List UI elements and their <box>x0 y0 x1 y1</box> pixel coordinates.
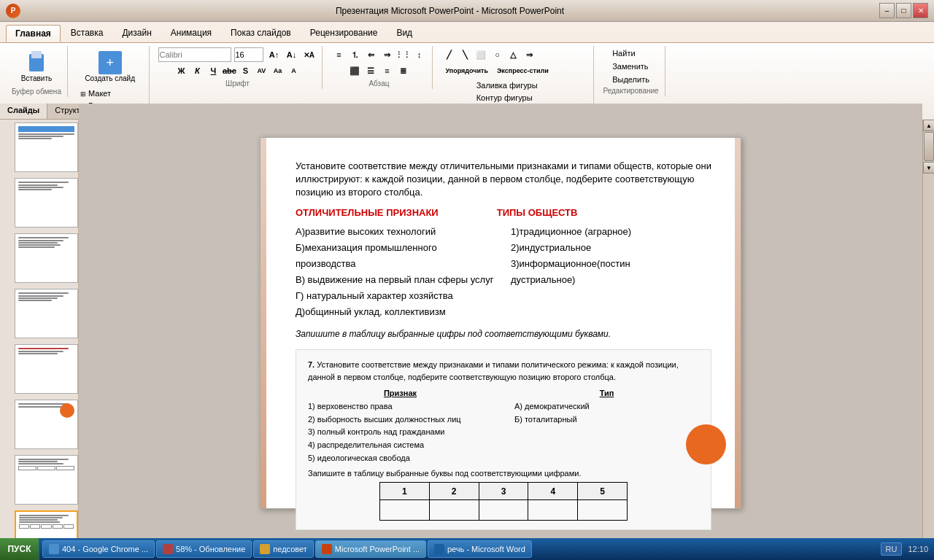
slide-thumb-7[interactable] <box>15 344 78 394</box>
app-icon: P <box>6 4 20 18</box>
bold-button[interactable]: Ж <box>174 63 188 78</box>
italic-button[interactable]: К <box>190 63 204 78</box>
scroll-up-button[interactable]: ▲ <box>923 120 934 131</box>
val-5[interactable] <box>578 500 628 521</box>
taskbar-powerpoint[interactable]: Microsoft PowerPoint ... <box>315 540 426 558</box>
paste-icon <box>25 51 48 74</box>
vertical-scrollbar[interactable]: ▲ ▼ <box>922 120 934 542</box>
slide-thumb-6[interactable] <box>15 289 78 338</box>
slide-thumbnail-wrapper-5: 5 <box>0 230 78 286</box>
maximize-button[interactable]: □ <box>896 3 911 18</box>
shape-1[interactable]: ╱ <box>441 47 456 62</box>
tab-slides[interactable]: Слайды <box>0 104 47 119</box>
slide-content: Установите соответствие между отличитель… <box>296 160 711 530</box>
tab-design[interactable]: Дизайн <box>113 25 160 42</box>
slide-canvas[interactable]: Установите соответствие между отличитель… <box>260 137 741 509</box>
taskbar-chrome[interactable]: 404 - Google Chrome ... <box>42 540 155 558</box>
slides-panel: 3 4 5 <box>0 120 79 542</box>
word-icon <box>434 544 444 554</box>
justify-button[interactable]: ≣ <box>395 63 410 78</box>
font-name-input[interactable] <box>158 47 231 62</box>
shape-fill-button[interactable]: Заливка фигуры <box>473 79 557 91</box>
val-1[interactable] <box>380 500 430 521</box>
find-button[interactable]: Найти <box>609 47 653 59</box>
font-color-button[interactable]: А <box>286 63 301 78</box>
slide-right-accent <box>735 138 741 508</box>
inner-record-text: Запишите в таблицу выбранные буквы под с… <box>308 469 699 478</box>
layout-button[interactable]: ⊞ Макет <box>77 88 144 99</box>
line-spacing-button[interactable]: ↕ <box>412 47 426 62</box>
inner-item-4: 4) распределительная система <box>308 439 493 452</box>
shape-4[interactable]: ○ <box>490 47 504 62</box>
tab-animation[interactable]: Анимация <box>162 25 220 42</box>
slide-thumb-5[interactable] <box>15 233 78 283</box>
align-left-button[interactable]: ⬛ <box>347 63 362 78</box>
minimize-button[interactable]: – <box>879 3 895 18</box>
scroll-down-button[interactable]: ▼ <box>923 162 934 174</box>
shadow-button[interactable]: S <box>238 63 252 78</box>
scroll-thumb[interactable] <box>924 132 934 161</box>
col-header-3: 3 <box>479 483 528 500</box>
matching-col-right: 1)традиционное (аграрное) 2)индустриальн… <box>511 224 711 321</box>
taskbar-update[interactable]: 58% - Обновление <box>156 540 252 558</box>
shape-3[interactable]: ⬜ <box>474 47 488 62</box>
update-label: 58% - Обновление <box>176 545 245 553</box>
tab-review[interactable]: Рецензирование <box>301 25 387 42</box>
font-size-input[interactable] <box>234 47 263 62</box>
val-4[interactable] <box>528 500 578 521</box>
font-label: Шрифт <box>225 79 250 88</box>
tab-slideshow[interactable]: Показ слайдов <box>222 25 300 42</box>
increase-indent-button[interactable]: ⇒ <box>379 47 394 62</box>
tab-home[interactable]: Главная <box>6 25 61 42</box>
inner-item-1: 1) верховенство права <box>308 400 493 413</box>
underline-button[interactable]: Ч <box>206 63 220 78</box>
clock: 12:10 <box>908 545 928 553</box>
taskbar-word[interactable]: речь - Microsoft Word <box>428 540 532 558</box>
close-button[interactable]: ✕ <box>913 3 928 18</box>
tab-view[interactable]: Вид <box>387 25 421 42</box>
create-slide-button[interactable]: + Создать слайд <box>80 47 140 86</box>
slide-thumb-3[interactable] <box>15 122 78 172</box>
slide-thumb-4[interactable] <box>15 178 78 228</box>
strikethrough-button[interactable]: abc <box>222 63 236 78</box>
shape-contour-button[interactable]: Контур фигуры <box>473 92 557 104</box>
window-controls[interactable]: – □ ✕ <box>879 3 928 18</box>
scroll-track <box>923 132 934 161</box>
tab-insert[interactable]: Вставка <box>62 25 112 42</box>
match-item-g: Г) натуральный характер хозяйства <box>296 288 496 304</box>
val-2[interactable] <box>429 500 479 521</box>
language-flag: RU <box>881 542 903 556</box>
char-spacing-button[interactable]: AV <box>254 63 269 78</box>
inner-item-3: 3) полный контроль над гражданами <box>308 426 493 439</box>
taskbar-pedsoviet[interactable]: педсовет <box>253 540 314 558</box>
font-case-button[interactable]: Аа <box>270 63 285 78</box>
select-button[interactable]: Выделить <box>609 74 653 85</box>
decrease-indent-button[interactable]: ⇐ <box>363 47 378 62</box>
window-title: Презентация Microsoft PowerPoint - Micro… <box>20 6 879 16</box>
align-center-button[interactable]: ☰ <box>363 63 378 78</box>
slide-thumb-8[interactable] <box>15 400 78 449</box>
list-button[interactable]: ≡ <box>331 47 346 62</box>
numbered-list-button[interactable]: ⒈ <box>347 47 362 62</box>
columns-button[interactable]: ⋮⋮ <box>395 47 410 62</box>
replace-button[interactable]: Заменить <box>609 61 653 72</box>
font-grow-button[interactable]: A↑ <box>266 47 281 62</box>
answer-table: 1 2 3 4 5 <box>379 482 628 521</box>
shape-6[interactable]: ⇒ <box>522 47 536 62</box>
express-style-button[interactable]: Экспресс-стили <box>493 63 552 78</box>
word-label: речь - Microsoft Word <box>447 545 525 553</box>
start-button[interactable]: ПУСК <box>0 538 39 560</box>
clear-format-button[interactable]: ✕A <box>301 47 316 62</box>
inner-question-body: Установите соответствие между признаками… <box>308 360 679 381</box>
shape-5[interactable]: △ <box>506 47 520 62</box>
paste-button[interactable]: Вставить <box>16 47 57 86</box>
val-3[interactable] <box>479 500 528 521</box>
shape-2[interactable]: ╲ <box>458 47 472 62</box>
clipboard-label: Буфер обмена <box>12 88 61 96</box>
font-shrink-button[interactable]: A↓ <box>284 47 298 62</box>
slide-thumb-9[interactable] <box>15 455 78 505</box>
align-right-button[interactable]: ≡ <box>379 63 394 78</box>
slide-intro-text: Установите соответствие между отличитель… <box>296 160 711 200</box>
arrange-button[interactable]: Упорядочить <box>441 63 492 78</box>
inner-matching: Признак 1) верховенство права 2) выборно… <box>308 389 699 464</box>
